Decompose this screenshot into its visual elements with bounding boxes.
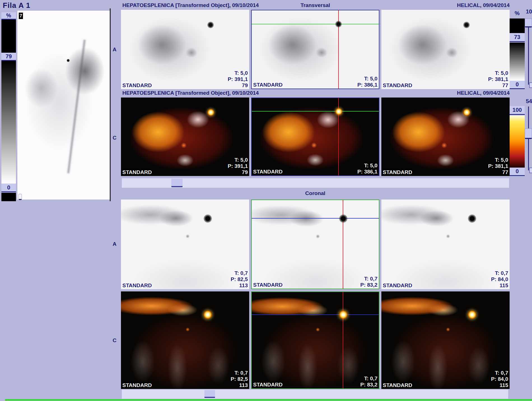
row-label-a-coronal: A — [111, 241, 118, 247]
colormap-label: STANDARD — [253, 282, 283, 288]
slice-info: T: 0,7P: 82,5113 — [231, 370, 248, 388]
colorbar-a-lower-threshold-handle[interactable]: 0 — [510, 81, 525, 89]
crosshair-horizontal[interactable] — [252, 218, 379, 219]
slice-info: T: 5,0P: 386,1 — [357, 76, 377, 88]
transversal-spect-slice-1[interactable]: STANDARD T: 5,0P: 391,179 — [121, 10, 249, 89]
mip-projection-view[interactable]: 7 — [17, 11, 110, 200]
slice-info: T: 0,7P: 84,0115 — [491, 270, 508, 289]
tracer-focus — [468, 310, 477, 319]
tracer-focus — [463, 109, 470, 116]
active-view-footer-highlight — [5, 399, 532, 401]
plane-label-coronal: Coronal — [251, 190, 379, 196]
coronal-slice-scrollbar[interactable] — [122, 390, 508, 399]
slice-info: T: 5,0P: 391,179 — [228, 70, 248, 89]
slice-info: T: 5,0P: 381,177 — [488, 157, 508, 175]
tracer-focus — [468, 214, 476, 223]
colorbar-a-percent-label: % — [510, 10, 525, 17]
colormap-label: STANDARD — [253, 82, 283, 88]
transversal-fused-slice-1[interactable]: STANDARD T: 5,0P: 391,179 — [121, 98, 249, 176]
palette-percent-label: % — [1, 12, 16, 20]
grayscale-gradient-bar — [1, 61, 16, 184]
spect-study-header: HEPATOESPLENICA [Transformed Object], 09… — [122, 2, 259, 8]
row-label-a: A — [111, 47, 118, 53]
mini-slider-handle[interactable] — [18, 194, 22, 200]
tracer-focus — [339, 310, 348, 319]
slice-info: T: 0,7P: 83,2 — [360, 276, 377, 288]
frame-number-badge: 7 — [18, 12, 23, 19]
transversal-spect-slice-2-selected[interactable]: STANDARD T: 5,0P: 386,1 — [251, 10, 379, 89]
coronal-fused-slice-2-selected[interactable]: STANDARD T: 0,7P: 83,2 — [251, 291, 379, 389]
transversal-slice-scrollbar[interactable] — [122, 178, 509, 188]
crosshair-horizontal[interactable] — [252, 24, 379, 24]
tracer-focus — [463, 22, 470, 28]
palette-lower-threshold-handle[interactable]: 0 — [1, 184, 16, 192]
crosshair-vertical[interactable] — [343, 292, 343, 388]
colormap-label: STANDARD — [253, 169, 283, 175]
colormap-label: STANDARD — [383, 82, 412, 89]
coronal-scrollbar-thumb[interactable] — [204, 390, 215, 398]
colorbar-a-scale-max: 100 — [526, 8, 532, 15]
plane-label-transversal: Transversal — [251, 2, 379, 8]
tracer-focus — [203, 310, 212, 319]
palette-lower-black-bar — [1, 193, 16, 201]
tracer-focus — [207, 22, 214, 28]
crosshair-horizontal[interactable] — [252, 314, 379, 315]
colormap-label: STANDARD — [383, 382, 412, 388]
colormap-label: STANDARD — [122, 382, 152, 388]
vessel-structure — [67, 40, 86, 173]
coronal-fused-slice-3[interactable]: STANDARD T: 0,7P: 84,0115 — [381, 291, 510, 389]
slice-info: T: 5,0P: 381,177 — [488, 70, 508, 89]
transversal-spect-slice-3[interactable]: STANDARD T: 5,0P: 381,177 — [381, 10, 510, 89]
colormap-label: STANDARD — [383, 282, 412, 289]
panel-divider — [110, 8, 111, 201]
tracer-focus — [335, 21, 342, 27]
transversal-fused-slice-2-selected[interactable]: STANDARD T: 5,0P: 386,1 — [251, 98, 379, 176]
spect-study-header-2: HEPATOESPLENICA [Transformed Object], 09… — [122, 90, 259, 96]
slice-info: T: 0,7P: 83,2 — [360, 375, 377, 388]
palette-upper-black-bar — [1, 20, 16, 53]
mip-image — [17, 42, 110, 174]
slice-info: T: 5,0P: 386,1 — [357, 163, 377, 175]
ct-study-header: HELICAL, 09/04/2014 — [392, 2, 510, 8]
colorbar-c-gradient — [510, 115, 525, 168]
slice-info: T: 0,7P: 84,0115 — [491, 370, 508, 388]
colorbar-c-upper-threshold-handle[interactable]: 100 — [510, 106, 525, 115]
coronal-spect-slice-1[interactable]: STANDARD T: 0,7P: 82,5113 — [121, 200, 249, 289]
colorbar-c-slider-end[interactable] — [529, 168, 532, 173]
slice-info: T: 0,7P: 82,5113 — [231, 270, 248, 289]
colormap-label: STANDARD — [122, 282, 152, 289]
tracer-focus — [204, 214, 212, 223]
slice-info: T: 5,0P: 391,179 — [228, 157, 248, 175]
tracer-focus — [339, 214, 347, 223]
tracer-focus — [335, 108, 342, 115]
row-label-c-coronal: C — [111, 337, 118, 344]
coronal-fused-slice-1[interactable]: STANDARD T: 0,7P: 82,5113 — [121, 291, 249, 389]
coronal-spect-slice-3[interactable]: STANDARD T: 0,7P: 84,0115 — [381, 200, 510, 289]
colormap-label: STANDARD — [122, 82, 152, 89]
transversal-fused-slice-3[interactable]: STANDARD T: 5,0P: 381,177 — [381, 98, 510, 176]
colorbar-a-slider-track[interactable] — [528, 21, 529, 85]
window-title: Fila A 1 — [3, 1, 31, 10]
ct-study-header-2: HELICAL, 09/04/2014 — [392, 90, 510, 96]
colorbar-a-slider-end[interactable] — [529, 82, 532, 88]
colormap-label: STANDARD — [253, 382, 283, 388]
colorbar-c-slider-handle[interactable] — [525, 128, 532, 139]
colorbar-c-scale-max: 54 — [526, 98, 532, 105]
colorbar-a-gradient — [510, 43, 525, 81]
row-label-c: C — [111, 135, 118, 141]
colorbar-a-slider-handle[interactable] — [525, 18, 532, 27]
colorbar-a-upper-threshold-handle[interactable]: 73 — [510, 33, 525, 42]
colorbar-a-upper-black — [510, 18, 525, 33]
crosshair-horizontal[interactable] — [252, 111, 379, 112]
crosshair-vertical[interactable] — [343, 200, 343, 289]
palette-upper-threshold-handle[interactable]: 79 — [1, 53, 16, 61]
colorbar-c-lower-threshold-handle[interactable]: 0 — [510, 168, 525, 176]
transversal-scrollbar-thumb[interactable] — [171, 179, 183, 187]
coronal-spect-slice-2-selected[interactable]: STANDARD T: 0,7P: 83,2 — [251, 200, 379, 289]
colormap-label: STANDARD — [383, 169, 412, 175]
pet-ct-fusion-viewer: { "window_title": "Fila A 1", "colors": … — [0, 0, 532, 401]
tracer-focus — [207, 109, 214, 116]
colormap-label: STANDARD — [122, 169, 152, 175]
